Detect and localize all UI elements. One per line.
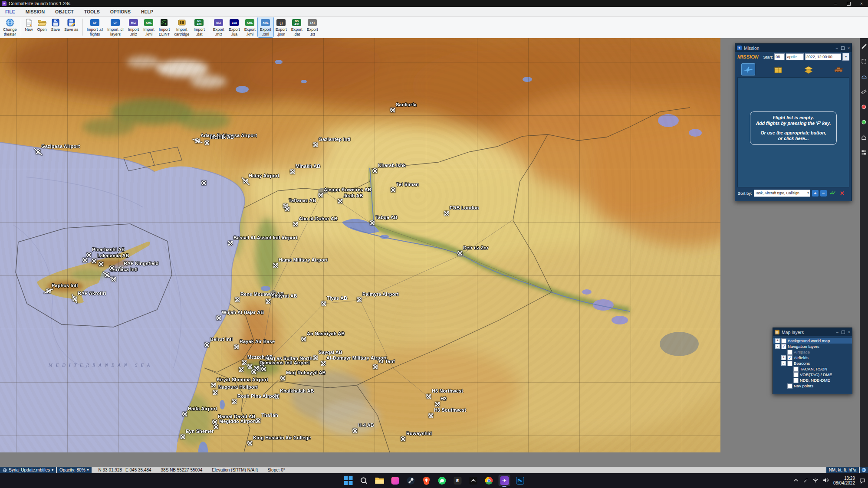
airport-marker-gazipasa-airport[interactable] (36, 149, 40, 154)
menu-file[interactable]: FILE (0, 7, 20, 16)
taskbar-epic-games[interactable]: E (452, 475, 464, 486)
import-cf-layers-button[interactable]: CFImport .cflayers (105, 17, 126, 37)
menu-tools[interactable]: TOOLS (79, 7, 105, 16)
export-miz-button[interactable]: MIZExport.miz (211, 17, 227, 37)
map-source-selector[interactable]: Syria_Update.mbtiles ▾ (0, 467, 56, 473)
flight-list-area[interactable]: Flight list is empty. Add flights by pre… (737, 77, 849, 187)
airport-marker-abu-al-duhur-ab[interactable] (293, 222, 298, 226)
menu-options[interactable]: OPTIONS (105, 7, 136, 16)
airport-marker-beirut-intl[interactable] (204, 342, 209, 347)
airport-marker-lakatamia-ab[interactable] (92, 259, 96, 263)
panel-minimize-icon[interactable]: – (836, 330, 838, 334)
frame-select-icon[interactable] (860, 56, 868, 67)
draw-tools-icon[interactable] (860, 40, 868, 52)
taskbar-combatflite[interactable]: ✈ (499, 475, 510, 486)
flight-list-empty-message[interactable]: Flight list is empty. Add flights by pre… (750, 111, 837, 145)
taskbar-brave[interactable] (421, 475, 432, 486)
taskbar-chrome[interactable] (483, 475, 495, 486)
airport-marker-tabqa-ab[interactable] (370, 220, 375, 225)
taskbar-clock[interactable]: 13:29 08/04/2022 (833, 476, 855, 485)
layer-checkbox[interactable] (793, 378, 799, 383)
protractor-icon[interactable] (860, 71, 868, 82)
tab-mission[interactable]: MISSION (737, 54, 759, 59)
airport-marker-paphos-intl[interactable] (46, 288, 51, 293)
airport-marker-sayqal-ab[interactable] (313, 355, 318, 360)
import-kml-button[interactable]: KMLImport.kml (141, 17, 157, 37)
record-red-icon[interactable] (860, 101, 868, 112)
layer-nav-points[interactable]: Nav points (773, 383, 852, 389)
taskbar-whatsapp[interactable] (436, 475, 448, 486)
airport-marker-tel-siman[interactable] (391, 187, 395, 192)
taskbar-file-explorer[interactable] (374, 475, 385, 486)
airport-marker-gaziantep-intl[interactable] (313, 142, 318, 147)
mission-tab-flights[interactable] (741, 63, 755, 75)
export-kml-button[interactable]: KMLExport.kml (242, 17, 258, 37)
airport-marker[interactable] (239, 367, 243, 372)
taskbar-media-app[interactable] (389, 475, 401, 486)
layer-checkbox[interactable] (787, 350, 792, 355)
airport-marker-haifa-airport[interactable] (182, 412, 187, 416)
taskbar-start[interactable] (342, 475, 354, 486)
menu-object[interactable]: OBJECT (50, 7, 79, 16)
export-xml-button[interactable]: XMLExport.xml (258, 17, 273, 37)
airport-marker-larnaca-intl[interactable] (105, 272, 109, 277)
airport-marker[interactable] (109, 265, 114, 270)
airport-marker-shayrat-ab[interactable] (266, 299, 270, 304)
layer-navigation-layers[interactable]: -✓Navigation layers (773, 344, 852, 349)
start-day-field[interactable]: 08 (774, 53, 784, 60)
panel-close-icon[interactable]: × (848, 46, 850, 50)
remove-flight-button[interactable]: − (820, 190, 827, 197)
airport-marker-marj-ruhayyil-ab[interactable] (280, 376, 285, 380)
airport-marker-raf-akrotiri[interactable] (72, 296, 77, 301)
add-flight-button[interactable]: + (812, 190, 819, 197)
airport-marker-hama-military-airport[interactable] (273, 263, 278, 268)
taskbar-photoshop[interactable]: Ps (514, 475, 526, 486)
layer-checkbox[interactable]: ✓ (781, 344, 786, 349)
airport-marker[interactable] (285, 206, 289, 211)
airport-marker-hatay-airport[interactable] (243, 179, 248, 183)
mission-tab-layers[interactable] (802, 63, 815, 75)
tree-expander[interactable]: + (781, 355, 786, 360)
import-cartridge-button[interactable]: Importcartridge (172, 17, 191, 37)
airport-marker-kiryat-shmona-airport[interactable] (211, 383, 216, 387)
airport-marker-eyn-shemer[interactable] (180, 434, 185, 439)
menu-help[interactable]: HELP (136, 7, 158, 16)
opacity-selector[interactable]: Opacity: 80% ▾ (57, 467, 92, 473)
airport-marker[interactable] (82, 258, 87, 262)
airport-marker[interactable] (251, 369, 256, 374)
panel-close-icon[interactable]: × (848, 330, 850, 334)
tray-hidden-icons-icon[interactable] (793, 477, 799, 485)
export-lua-button[interactable]: LuaExport.lua (227, 17, 242, 37)
airport-marker-deir-ez-zor[interactable] (457, 251, 462, 255)
mission-tab-packages[interactable] (771, 63, 785, 75)
sort-select[interactable]: Task, Aircraft type, Callsign ▾ (754, 190, 810, 197)
save-as-button[interactable]: Save as (62, 17, 81, 37)
maximize-button[interactable] (842, 0, 855, 7)
date-picker-button[interactable]: ▾ (842, 53, 849, 61)
airport-marker-h-4-ab[interactable] (352, 428, 357, 433)
airport-marker-incirlik-ab[interactable] (204, 140, 209, 145)
layer-checkbox[interactable] (781, 338, 786, 344)
airport-marker-jirah-ab[interactable] (338, 199, 342, 203)
airport-marker-h3[interactable] (435, 402, 440, 406)
airport-marker-king-hussein-air-college[interactable] (247, 441, 252, 445)
panel-minimize-icon[interactable]: – (836, 46, 838, 50)
export-dat-button[interactable]: NS430Export.dat (289, 17, 305, 37)
airport-marker-rayak-air-base[interactable] (234, 344, 239, 349)
airport-marker-fob-london[interactable] (444, 211, 449, 216)
open-button[interactable]: Open (35, 17, 49, 37)
panels-icon[interactable] (860, 147, 868, 158)
taskbar-search[interactable] (358, 475, 370, 486)
start-month-field[interactable]: aprile (786, 53, 804, 60)
airport-marker-minakh-ab[interactable] (290, 169, 295, 174)
map-canvas[interactable]: MEDITERRANEAN SEA SanliurfaAdana Sakirpa… (0, 38, 720, 452)
change-theater-button[interactable]: Changetheater (1, 17, 19, 37)
save-button[interactable]: Save (49, 17, 62, 37)
airport-marker-aleppo-kuweires-ab[interactable] (318, 193, 323, 197)
panel-maximize-icon[interactable] (842, 331, 845, 334)
cancel-button[interactable]: ✕ (839, 190, 845, 197)
menu-mission[interactable]: MISSION (20, 7, 50, 16)
layer-checkbox[interactable] (787, 383, 792, 389)
airport-marker-h3-southwest[interactable] (428, 413, 433, 418)
start-time-field[interactable]: 2022, 12:00:00 (805, 53, 842, 60)
